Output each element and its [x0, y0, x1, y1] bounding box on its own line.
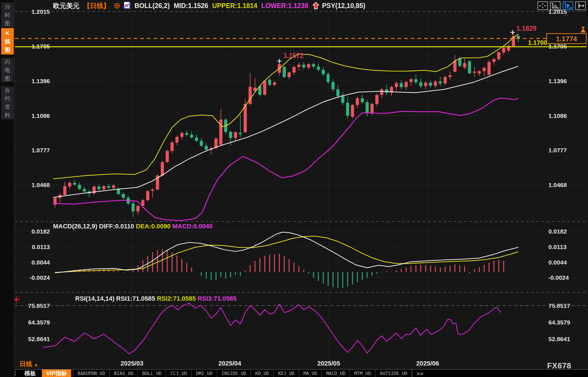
candle-body — [166, 151, 169, 162]
tab-BARUPDN_UD[interactable]: BARUPDN_UD — [73, 370, 109, 377]
candle-body — [322, 70, 325, 74]
candle-body — [107, 186, 110, 188]
sidebar-item-2[interactable]: K线图 — [1, 28, 14, 55]
candle-body — [98, 186, 101, 189]
rsi-axis-label-left: 52.8641 — [28, 336, 50, 342]
macd-axis-label-right: 0.0182 — [548, 228, 567, 235]
plus-circle-icon[interactable] — [114, 3, 120, 9]
candle-body — [410, 79, 413, 82]
candle-body — [234, 132, 237, 138]
tab-DMI_UD[interactable]: DMI_UD — [191, 370, 217, 377]
boll-label: BOLL(26,2) — [135, 2, 170, 10]
sidebar-item-char: 约 — [5, 94, 10, 103]
candle-body — [268, 80, 271, 85]
tab-INSIDE_UD[interactable]: INSIDE_UD — [217, 370, 251, 377]
candle-body — [478, 71, 481, 73]
chart-header: 欧元美元 【日线】 BOLL(26,2) MID:1.1526 UPPER:1.… — [53, 1, 369, 11]
rsi-axis-label-right: 52.8641 — [548, 336, 570, 342]
tab-MTM_UD[interactable]: MTM_UD — [350, 370, 375, 377]
tabs-overflow-button[interactable]: >> — [412, 370, 428, 377]
candle-body — [293, 67, 296, 73]
boll-upper-value: UPPER:1.1814 — [212, 2, 257, 10]
tab-CCI_UD[interactable]: CCI_UD — [166, 370, 191, 377]
macd-axis-label-left: -0.0024 — [30, 274, 50, 281]
price-axis-label-left: 1.0777 — [32, 147, 50, 153]
tab-模板[interactable]: 模板 — [20, 370, 40, 377]
candle-body — [190, 135, 193, 137]
x-axis-date-label: 2025/06 — [416, 360, 439, 367]
price-axis-label-left: 1.0468 — [32, 182, 50, 188]
mini-chart-icon[interactable] — [124, 2, 131, 10]
candle-body — [341, 96, 344, 103]
sidebar: 分时图K线图闪电图合约资料 — [0, 0, 15, 377]
candle-body — [405, 82, 408, 87]
price-axis-label-left: 1.1396 — [32, 78, 50, 84]
candle-body — [502, 48, 505, 53]
sidebar-item-3[interactable]: 闪电图 — [1, 58, 14, 82]
candle-body — [122, 194, 125, 198]
macd-axis-label-right: -0.0024 — [548, 274, 569, 281]
candle-body — [400, 83, 403, 87]
candle-body — [327, 74, 330, 82]
sidebar-item-char: 资 — [5, 103, 10, 111]
candle-body — [473, 72, 476, 73]
candle-body — [229, 132, 232, 138]
candle-body — [439, 81, 442, 83]
price-axis-label-right: 1.0777 — [548, 147, 567, 153]
candle-body — [463, 63, 466, 67]
tab-MA_UD[interactable]: MA_UD — [299, 370, 322, 377]
candle-body — [453, 61, 457, 72]
candle-body — [497, 52, 501, 59]
tab-KD_UD[interactable]: KD_UD — [251, 370, 273, 377]
candle-body — [449, 75, 452, 77]
sidebar-item-char: 图 — [5, 74, 10, 83]
sidebar-item-char: K — [5, 29, 9, 37]
candle-body — [371, 104, 374, 113]
candle-body — [317, 67, 320, 70]
tab-BIAS_UD[interactable]: BIAS_UD — [110, 370, 138, 377]
candle-body — [385, 89, 388, 93]
candle-body — [68, 183, 71, 186]
candle-body — [332, 82, 335, 89]
candle-body — [283, 67, 286, 77]
period-tag[interactable]: 【日线】 — [83, 1, 110, 10]
tab-KDJ_UD[interactable]: KDJ_UD — [273, 370, 299, 377]
sidebar-item-char: 合 — [5, 86, 10, 94]
candle-body — [176, 137, 179, 143]
candle-body — [185, 133, 188, 135]
candle-body — [273, 82, 276, 85]
macd-axis-label-left: 0.0044 — [32, 259, 50, 266]
period-selector[interactable]: 日线 ▲ — [20, 360, 38, 368]
sidebar-item-1[interactable]: 分时图 — [1, 2, 14, 28]
candle-body — [102, 186, 106, 189]
tab-OUTSIDE_UD[interactable]: OUTSIDE_UD — [375, 370, 412, 377]
axes-bars-icon[interactable] — [550, 1, 560, 10]
rsi-axis-label-right: 75.8517 — [548, 302, 570, 309]
macd-axis-label-left: 0.0113 — [32, 244, 50, 250]
pan-icon[interactable] — [575, 1, 586, 10]
x-axis-date-label: 2025/05 — [317, 360, 340, 367]
sidebar-item-char: 闪 — [5, 58, 10, 66]
x-axis-date-label: 2025/03 — [120, 360, 143, 367]
sidebar-item-4[interactable]: 合约资料 — [1, 86, 14, 119]
crosshair-icon[interactable] — [538, 1, 548, 10]
candle-body — [351, 105, 354, 117]
sidebar-item-char: 图 — [5, 19, 10, 28]
candle-body — [366, 102, 369, 113]
candle-body — [356, 98, 359, 105]
candle-body — [302, 65, 305, 67]
tab-MACD_UD[interactable]: MACD_UD — [322, 370, 350, 377]
candle-body — [361, 98, 364, 102]
candle-body — [395, 83, 398, 87]
candle-body — [414, 79, 418, 82]
chart-canvas[interactable]: 1.20151.20151.17051.17051.13961.13961.10… — [0, 0, 588, 369]
axes-play-icon[interactable] — [563, 1, 573, 10]
tab-BOLL_UD[interactable]: BOLL_UD — [138, 370, 166, 377]
hline-value-label: 1.1700 — [528, 39, 547, 46]
candle-body — [219, 120, 223, 145]
candle-body — [468, 61, 471, 73]
candle-body — [375, 95, 379, 104]
candle-body — [132, 203, 135, 211]
candle-body — [429, 83, 432, 86]
tab-VIP指标[interactable]: VIP指标 — [42, 370, 71, 377]
